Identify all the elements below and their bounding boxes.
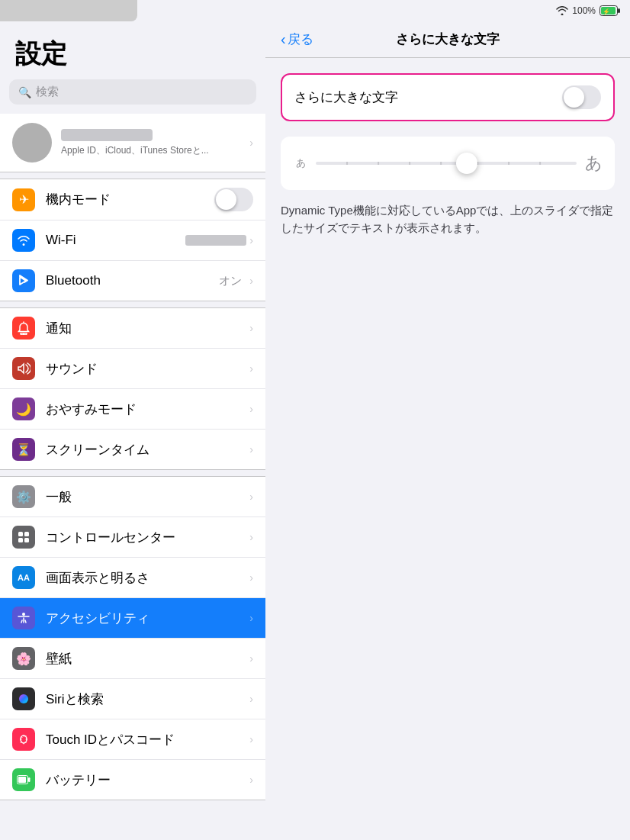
siri-icon (12, 687, 35, 710)
profile-chevron: › (249, 137, 253, 149)
sidebar-item-touchid[interactable]: Touch IDとパスコード › (0, 719, 265, 760)
sidebar-item-airplane[interactable]: ✈ 機内モード (0, 179, 265, 220)
status-bar-left-blur (0, 0, 137, 21)
touchid-chevron: › (249, 733, 253, 745)
sidebar-item-screentime[interactable]: ⏳ スクリーンタイム › (0, 430, 265, 469)
right-panel: ‹ 戻る さらに大きな文字 さらに大きな文字 あ (265, 21, 630, 840)
svg-rect-7 (24, 538, 29, 542)
wallpaper-chevron: › (249, 652, 253, 665)
bluetooth-value: オン (219, 274, 242, 288)
battery-icon: ⚡ (599, 5, 621, 16)
sound-icon (12, 357, 35, 380)
sidebar-item-sound[interactable]: サウンド › (0, 349, 265, 389)
bigger-text-label: さらに大きな文字 (294, 89, 562, 106)
sidebar-item-battery[interactable]: バッテリー › (0, 760, 265, 800)
accessibility-label: アクセシビリティ (46, 610, 246, 627)
wifi-status-icon (556, 6, 568, 15)
search-bar[interactable]: 🔍 検索 (9, 79, 256, 105)
slider-small-label: あ (293, 156, 308, 170)
svg-rect-4 (18, 532, 23, 536)
svg-text:⚡: ⚡ (603, 8, 610, 15)
wifi-label: Wi-Fi (46, 233, 185, 248)
bigger-text-toggle[interactable] (562, 85, 601, 109)
sidebar-item-accessibility[interactable]: アクセシビリティ › (0, 598, 265, 639)
wallpaper-label: 壁紙 (46, 650, 246, 668)
notification-chevron: › (249, 322, 253, 334)
avatar (12, 123, 52, 163)
sidebar-item-general[interactable]: ⚙️ 一般 › (0, 477, 265, 517)
touchid-icon (12, 728, 35, 751)
settings-group-connectivity: ✈ 機内モード Wi-Fi › (0, 179, 265, 301)
sidebar: 設定 🔍 検索 Apple ID、iCloud、iTunes Storeと...… (0, 21, 265, 840)
sidebar-item-wallpaper[interactable]: 🌸 壁紙 › (0, 639, 265, 679)
battery-text: 100% (572, 5, 596, 16)
search-icon: 🔍 (18, 86, 31, 98)
sound-chevron: › (249, 362, 253, 375)
sound-label: サウンド (46, 360, 246, 378)
general-chevron: › (249, 491, 253, 503)
svg-rect-5 (24, 532, 29, 536)
bluetooth-label: Bluetooth (46, 273, 219, 288)
settings-group-system: 通知 › サウンド › 🌙 おやすみモード › ⏳ (0, 307, 265, 470)
accessibility-icon (12, 607, 35, 629)
wifi-icon (12, 229, 35, 252)
screentime-label: スクリーンタイム (46, 441, 246, 459)
notification-icon (12, 317, 35, 340)
sidebar-item-notification[interactable]: 通知 › (0, 308, 265, 349)
controlcenter-chevron: › (249, 531, 253, 543)
display-chevron: › (249, 571, 253, 584)
controlcenter-icon (12, 526, 35, 549)
screentime-chevron: › (249, 443, 253, 455)
notification-label: 通知 (46, 320, 246, 337)
airplane-toggle[interactable] (214, 188, 253, 211)
back-button[interactable]: ‹ 戻る (281, 31, 313, 48)
battery-sidebar-icon (12, 768, 35, 791)
svg-rect-2 (618, 8, 620, 13)
bigger-text-toggle-row[interactable]: さらに大きな文字 (281, 73, 615, 121)
search-placeholder: 検索 (36, 85, 59, 99)
sidebar-item-display[interactable]: AA 画面表示と明るさ › (0, 558, 265, 598)
siri-label: Siriと検索 (46, 690, 246, 708)
status-icons: 100% ⚡ (556, 5, 621, 16)
svg-point-8 (22, 613, 25, 616)
bluetooth-icon (12, 269, 35, 292)
wallpaper-icon: 🌸 (12, 647, 35, 670)
slider-large-label: あ (584, 152, 603, 175)
display-label: 画面表示と明るさ (46, 569, 246, 587)
airplane-icon: ✈ (12, 188, 35, 211)
sidebar-item-bluetooth[interactable]: Bluetooth オン › (0, 261, 265, 301)
donotdisturb-chevron: › (249, 403, 253, 415)
battery-chevron: › (249, 774, 253, 786)
settings-group-preferences: ⚙️ 一般 › コントロールセンター › AA (0, 476, 265, 800)
svg-rect-6 (18, 538, 23, 542)
font-size-description: Dynamic Type機能に対応しているAppでは、上のスライダで指定したサイ… (281, 202, 615, 237)
moon-icon: 🌙 (12, 397, 35, 420)
back-chevron-icon: ‹ (281, 31, 286, 48)
svg-rect-13 (28, 777, 31, 782)
sidebar-item-wifi[interactable]: Wi-Fi › (0, 220, 265, 261)
back-label: 戻る (288, 31, 313, 48)
svg-rect-12 (18, 777, 26, 783)
sidebar-item-controlcenter[interactable]: コントロールセンター › (0, 517, 265, 558)
sidebar-item-siri[interactable]: Siriと検索 › (0, 679, 265, 719)
sidebar-title: 設定 (0, 21, 265, 79)
donotdisturb-label: おやすみモード (46, 401, 246, 418)
touchid-label: Touch IDとパスコード (46, 731, 246, 748)
screentime-icon: ⏳ (12, 438, 35, 461)
main-layout: 設定 🔍 検索 Apple ID、iCloud、iTunes Storeと...… (0, 21, 630, 840)
general-label: 一般 (46, 488, 246, 506)
accessibility-chevron: › (249, 612, 253, 624)
display-icon: AA (12, 566, 35, 589)
right-panel-title: さらに大きな文字 (396, 31, 500, 48)
right-content: さらに大きな文字 あ (265, 58, 630, 252)
wifi-chevron: › (249, 234, 253, 246)
slider-track[interactable] (316, 162, 577, 165)
siri-chevron: › (249, 693, 253, 705)
profile-row[interactable]: Apple ID、iCloud、iTunes Storeと... › (0, 114, 265, 172)
profile-info: Apple ID、iCloud、iTunes Storeと... (61, 129, 237, 157)
slider-thumb[interactable] (456, 153, 477, 174)
svg-point-9 (19, 694, 28, 703)
battery-label: バッテリー (46, 771, 246, 789)
sidebar-item-donotdisturb[interactable]: 🌙 おやすみモード › (0, 389, 265, 430)
airplane-label: 機内モード (46, 191, 214, 208)
